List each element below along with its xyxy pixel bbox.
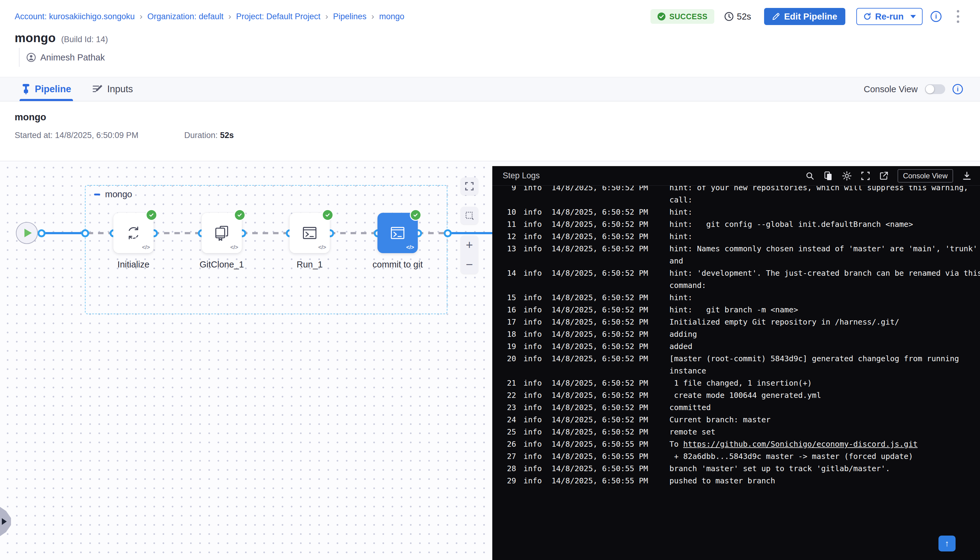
edit-pipeline-label: Edit Pipeline: [784, 12, 837, 22]
log-toolbar: Console View: [805, 169, 972, 183]
duration-indicator: 52s: [724, 12, 751, 22]
code-glyph: </>: [406, 244, 414, 251]
canvas-zoom-controls: + −: [460, 235, 478, 274]
log-line: 12info14/8/2025, 6:50:52 PMhint:: [503, 230, 980, 242]
more-options-menu[interactable]: [954, 8, 962, 25]
log-link[interactable]: https://github.com/Sonichigo/economy-dis…: [683, 440, 918, 448]
log-line: 23info14/8/2025, 6:50:52 PMcommitted: [503, 401, 980, 413]
rerun-button[interactable]: Re-run: [856, 8, 923, 25]
edge-gitclone-to-run: [242, 232, 290, 234]
log-line: 10info14/8/2025, 6:50:52 PMhint:: [503, 206, 980, 218]
log-line: 29info14/8/2025, 6:50:55 PMpushed to mas…: [503, 475, 980, 487]
tab-inputs-label: Inputs: [107, 84, 133, 95]
node-label-gitclone: GitClone_1: [179, 260, 265, 270]
zoom-out-button[interactable]: −: [466, 260, 473, 269]
log-line: 19info14/8/2025, 6:50:52 PMadded: [503, 340, 980, 352]
pipeline-icon: [22, 84, 30, 94]
log-line: 25info14/8/2025, 6:50:52 PMremote set: [503, 426, 980, 438]
scroll-to-top-button[interactable]: ↑: [938, 535, 955, 552]
download-icon[interactable]: [962, 171, 972, 180]
stage-duration: Duration: 52s: [184, 131, 233, 140]
console-view-button[interactable]: Console View: [898, 169, 953, 183]
breadcrumb-separator: ›: [372, 12, 374, 22]
log-line: 26info14/8/2025, 6:50:55 PMTo https://gi…: [503, 438, 980, 450]
page-header: Account: kurosakiichigo.songoku › Organi…: [0, 0, 980, 77]
settings-gear-icon[interactable]: [842, 171, 852, 181]
node-run[interactable]: </>: [290, 213, 330, 253]
node-initialize[interactable]: </>: [113, 213, 153, 253]
log-line: 9info14/8/2025, 6:50:52 PMhint: of your …: [503, 186, 980, 193]
top-bar: Account: kurosakiichigo.songoku › Organi…: [0, 0, 980, 25]
edit-pipeline-button[interactable]: Edit Pipeline: [764, 8, 845, 25]
log-line: 28info14/8/2025, 6:50:55 PMbranch 'maste…: [503, 462, 980, 475]
breadcrumb-project[interactable]: Project: Default Project: [236, 12, 320, 22]
left-panel-expander[interactable]: [0, 507, 11, 536]
success-check-icon: [322, 209, 333, 221]
inputs-icon: [93, 84, 103, 94]
started-at: Started at: 14/8/2025, 6:50:09 PM: [15, 131, 138, 140]
node-label-initialize: Initialize: [91, 260, 176, 270]
console-view-info-icon[interactable]: i: [953, 84, 963, 94]
success-check-icon: [234, 209, 245, 221]
canvas-fullscreen-button[interactable]: [460, 177, 478, 195]
open-in-new-icon[interactable]: [879, 171, 888, 180]
info-icon[interactable]: i: [930, 11, 942, 22]
success-check-icon: [410, 209, 422, 221]
code-glyph: </>: [230, 244, 238, 251]
success-check-icon: [146, 209, 157, 221]
log-output-viewport[interactable]: 9info14/8/2025, 6:50:52 PMhint: of your …: [492, 186, 980, 560]
status-badge: SUCCESS: [650, 9, 714, 24]
console-view-toggle[interactable]: [925, 84, 945, 94]
log-line: 18info14/8/2025, 6:50:52 PMadding: [503, 328, 980, 340]
log-output: 9info14/8/2025, 6:50:52 PMhint: of your …: [492, 186, 980, 487]
console-view-label: Console View: [863, 84, 918, 94]
tab-inputs[interactable]: Inputs: [93, 77, 133, 101]
play-icon: [25, 229, 32, 237]
log-line: 13info14/8/2025, 6:50:52 PMhint: Names c…: [503, 242, 980, 255]
terminal-icon: [389, 224, 407, 242]
node-gitclone[interactable]: </>: [202, 213, 242, 253]
breadcrumb: Account: kurosakiichigo.songoku › Organi…: [15, 12, 404, 22]
tab-pipeline-label: Pipeline: [35, 84, 71, 95]
node-commit-to-git[interactable]: </>: [377, 213, 418, 253]
zoom-in-button[interactable]: +: [466, 240, 473, 250]
node-label-run: Run_1: [267, 260, 352, 270]
breadcrumb-pipelines[interactable]: Pipelines: [333, 12, 367, 22]
breadcrumb-organization[interactable]: Organization: default: [148, 12, 223, 22]
log-line: 15info14/8/2025, 6:50:52 PMhint:: [503, 291, 980, 303]
fullscreen-icon[interactable]: [861, 171, 870, 180]
stage-name: mongo: [15, 112, 965, 123]
title-row: mongo (Build Id: 14): [0, 25, 980, 45]
log-line: call:: [503, 193, 980, 206]
log-line: 20info14/8/2025, 6:50:52 PM[master (root…: [503, 352, 980, 365]
user-avatar-icon: [26, 53, 36, 62]
code-glyph: </>: [142, 244, 150, 251]
code-glyph: </>: [318, 244, 326, 251]
author-row: Animesh Pathak: [19, 48, 980, 67]
breadcrumb-account[interactable]: Account: kurosakiichigo.songoku: [15, 12, 135, 22]
tab-pipeline[interactable]: Pipeline: [22, 77, 71, 101]
status-text: SUCCESS: [669, 12, 708, 21]
connector-ring: [444, 229, 452, 237]
stage-group-label: mongo: [94, 189, 132, 199]
page-title: mongo: [15, 31, 56, 45]
pipeline-start-node[interactable]: [16, 222, 38, 244]
copy-icon[interactable]: [823, 171, 833, 180]
breadcrumb-current-pipeline[interactable]: mongo: [379, 12, 404, 22]
terminal-icon: [301, 224, 318, 242]
edge-commit-to-stage-end: [418, 232, 447, 234]
git-clone-icon: [213, 224, 230, 242]
step-logs-panel: Step Logs Console View: [492, 166, 980, 560]
log-line: and: [503, 255, 980, 267]
execution-actions: SUCCESS 52s Edit Pipeline Re-run: [650, 8, 962, 25]
collapse-stage-icon[interactable]: [94, 193, 100, 195]
edge-initialize-to-gitclone: [153, 232, 202, 234]
log-line: 14info14/8/2025, 6:50:52 PMhint: 'develo…: [503, 267, 980, 279]
step-logs-title: Step Logs: [503, 171, 540, 180]
breadcrumb-separator: ›: [325, 12, 328, 22]
search-icon[interactable]: [805, 171, 815, 180]
breadcrumb-separator: ›: [228, 12, 231, 22]
canvas-marquee-select-button[interactable]: [460, 207, 478, 225]
chevron-down-icon[interactable]: [910, 15, 916, 18]
rerun-label: Re-run: [875, 12, 903, 22]
